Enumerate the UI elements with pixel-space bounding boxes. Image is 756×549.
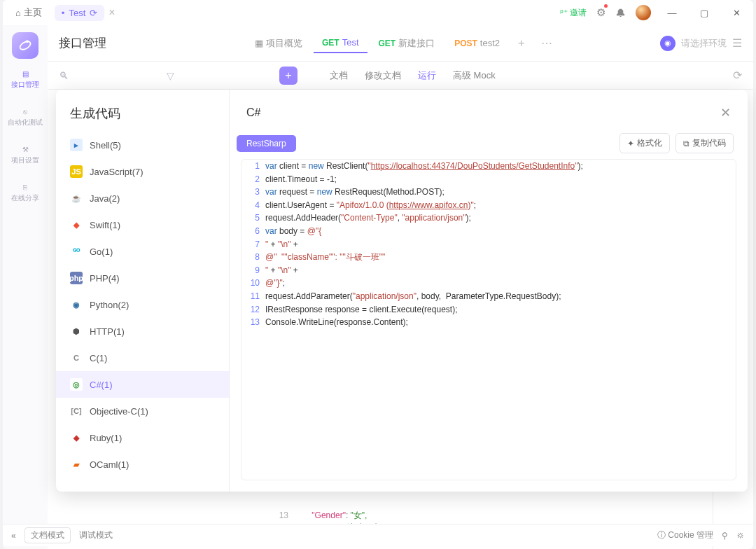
lang-label: Swift(1) [90, 220, 120, 230]
svg-point-1 [25, 40, 29, 43]
window-close[interactable]: ✕ [725, 4, 748, 21]
env-badge-icon: ◉ [660, 36, 676, 51]
code-text: @" ""className"": ""斗破一班"" [265, 251, 385, 264]
line-number: 3 [241, 186, 265, 199]
tab-more-icon[interactable]: ⋯ [534, 36, 559, 50]
lang-item-ruby1[interactable]: ◆Ruby(1) [56, 424, 229, 451]
code-text: client.Timeout = -1; [265, 173, 337, 186]
code-text: " + "\n" + [265, 264, 298, 277]
settings-footer-icon[interactable]: ⛭ [736, 531, 745, 541]
avatar[interactable] [636, 5, 651, 20]
lang-icon: ◆ [70, 431, 83, 444]
lang-item-swift1[interactable]: ◆Swift(1) [56, 211, 229, 238]
lang-item-shell5[interactable]: ▸Shell(5) [56, 132, 229, 158]
subtab-doc[interactable]: 文档 [330, 67, 348, 85]
lang-item-javascript7[interactable]: JSJavaScript(7) [56, 158, 229, 185]
filter-icon[interactable]: ▽ [167, 70, 174, 81]
window-minimize[interactable]: — [661, 4, 683, 21]
code-text: request.AddParameter("application/json",… [265, 290, 561, 303]
line-number: 12 [241, 303, 265, 317]
code-editor[interactable]: 1var client = new RestClient("https://lo… [241, 159, 736, 480]
code-line: 1var client = new RestClient("https://lo… [241, 160, 736, 173]
copy-code-button[interactable]: ⧉复制代码 [676, 133, 734, 153]
subtab-edit[interactable]: 修改文档 [365, 67, 401, 85]
code-line: 12IRestResponse response = client.Execut… [241, 303, 736, 317]
modal-code-area: C# ✕ RestSharp ✦格式化 ⧉复制代码 1var client = … [230, 90, 748, 492]
tab-refresh-icon[interactable]: ⟳ [90, 8, 97, 18]
tab-test[interactable]: GETTest [314, 33, 368, 53]
invite-button[interactable]: ᵖ⁺ 邀请 [560, 7, 587, 19]
debug-mode-button[interactable]: 调试模式 [79, 529, 113, 541]
tab-overview[interactable]: ▦项目概览 [246, 33, 311, 54]
close-modal-button[interactable]: ✕ [720, 105, 731, 120]
code-text: IRestResponse response = client.Execute(… [265, 303, 457, 317]
lang-item-ocaml1[interactable]: ▰OCaml(1) [56, 451, 229, 478]
subtab-run[interactable]: 运行 [418, 67, 436, 85]
title-bar: ⌂ 主页 • Test ⟳ × ᵖ⁺ 邀请 ⚙ 🔔︎ — ▢ ✕ [3, 0, 753, 25]
generate-code-modal: 生成代码 ▸Shell(5)JSJavaScript(7)☕Java(2)◆Sw… [56, 90, 748, 492]
settings-icon[interactable]: ⚙ [596, 6, 606, 19]
lang-label: Python(2) [90, 300, 129, 310]
lang-icon: ◉ [70, 298, 83, 311]
header-row: 接口管理 ▦项目概览 GETTest GET新建接口 POSTtest2 + ⋯… [48, 25, 753, 62]
refresh-icon[interactable]: ⟳ [733, 69, 742, 82]
lang-item-php4[interactable]: phpPHP(4) [56, 265, 229, 291]
hamburger-icon[interactable]: ☰ [732, 36, 742, 50]
nav-api[interactable]: ▤接口管理 [3, 63, 48, 97]
nav-settings[interactable]: ⚒项目设置 [3, 139, 48, 172]
code-text: client.UserAgent = "Apifox/1.0.0 (https:… [265, 199, 476, 212]
lang-item-http1[interactable]: ⬢HTTP(1) [56, 318, 229, 345]
nav-share[interactable]: ⎘在线分享 [3, 176, 48, 210]
lang-label: C(1) [90, 353, 107, 363]
format-code-button[interactable]: ✦格式化 [620, 133, 670, 153]
add-button[interactable]: + [279, 67, 298, 85]
lang-item-java2[interactable]: ☕Java(2) [56, 185, 229, 211]
page-title: 接口管理 [59, 35, 106, 51]
person-add-icon: ᵖ⁺ [560, 8, 568, 18]
window-maximize[interactable]: ▢ [693, 4, 715, 21]
home-button[interactable]: ⌂ 主页 [8, 4, 49, 22]
left-sidebar: ▤接口管理 ⎋自动化测试 ⚒项目设置 ⎘在线分享 [3, 25, 48, 549]
code-text: var request = new RestRequest(Method.POS… [265, 186, 444, 199]
code-line: 2client.Timeout = -1; [241, 173, 736, 186]
lang-item-objective-c1[interactable]: [C]Objective-C(1) [56, 398, 229, 424]
window-tab-test[interactable]: • Test ⟳ [55, 5, 104, 21]
add-tab-button[interactable]: + [511, 37, 531, 50]
lang-icon: JS [70, 165, 83, 178]
subtab-mock[interactable]: 高级 Mock [453, 67, 496, 85]
nav-automation[interactable]: ⎋自动化测试 [3, 101, 48, 134]
app-logo[interactable] [12, 32, 38, 59]
lang-label: C#(1) [90, 380, 113, 390]
framework-chip[interactable]: RestSharp [237, 135, 296, 152]
code-line: 8@" ""className"": ""斗破一班"" [241, 251, 736, 264]
lang-item-c1[interactable]: ◎C#(1) [56, 371, 229, 398]
lang-label: JavaScript(7) [90, 167, 144, 177]
lang-label: Java(2) [90, 193, 120, 204]
filter-footer-icon[interactable]: ⚲ [722, 531, 728, 541]
selected-lang-title: C# [246, 106, 260, 119]
home-label: 主页 [24, 6, 42, 19]
sub-tabs: 文档 修改文档 运行 高级 Mock [330, 67, 496, 85]
lang-item-go1[interactable]: ᴳᴼGo(1) [56, 238, 229, 265]
tab-new-api[interactable]: GET新建接口 [370, 33, 444, 54]
search-icon[interactable]: 🔍︎ [59, 70, 69, 81]
collapse-left-icon[interactable]: « [11, 531, 16, 541]
lang-icon: [C] [70, 405, 83, 417]
cookie-button[interactable]: ⓘ Cookie 管理 [657, 529, 713, 541]
close-tab-icon[interactable]: × [108, 6, 115, 19]
code-text: request.AddHeader("Content-Type", "appli… [265, 211, 471, 225]
bell-icon[interactable]: 🔔︎ [615, 7, 626, 19]
tab-test2[interactable]: POSTtest2 [446, 34, 508, 53]
line-number: 2 [241, 173, 265, 186]
header-tabs: ▦项目概览 GETTest GET新建接口 POSTtest2 + ⋯ [246, 33, 559, 54]
line-number: 9 [241, 264, 265, 277]
lang-item-c1[interactable]: CC(1) [56, 345, 229, 371]
lang-label: Objective-C(1) [90, 406, 148, 417]
line-number: 13 [241, 316, 265, 329]
lang-label: PHP(4) [90, 273, 120, 284]
lang-item-python2[interactable]: ◉Python(2) [56, 291, 229, 318]
copy-icon: ⧉ [683, 139, 690, 148]
doc-mode-button[interactable]: 文档模式 [24, 527, 71, 543]
environment-selector[interactable]: ◉ 请选择环境 ☰ [660, 36, 742, 51]
automation-icon: ⎋ [23, 108, 27, 116]
